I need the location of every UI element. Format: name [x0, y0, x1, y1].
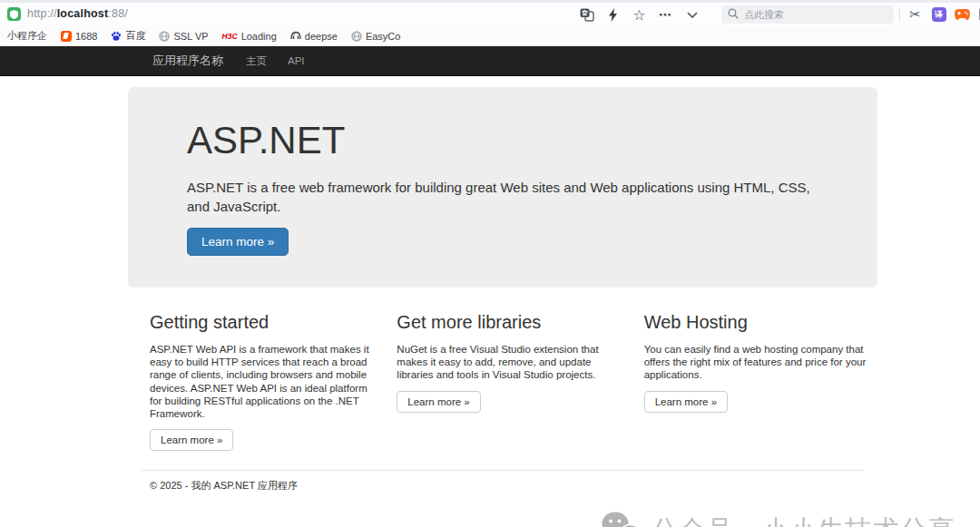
- chevron-down-icon[interactable]: [684, 7, 700, 23]
- favicon-globe: [351, 31, 362, 42]
- search-icon: [728, 6, 739, 23]
- bookmark-item[interactable]: SSL VP: [159, 31, 208, 42]
- quick-search-box[interactable]: [721, 5, 894, 24]
- column-text: ASP.NET Web API is a framework that make…: [150, 343, 378, 420]
- navbar: 应用程序名称 主页 API: [0, 46, 980, 76]
- translate-page-icon[interactable]: [579, 7, 594, 23]
- wechat-icon: [602, 511, 642, 527]
- column-text: You can easily find a web hosting compan…: [644, 343, 873, 382]
- column-get-more-libraries: Get more libraries NuGet is a free Visua…: [397, 312, 625, 451]
- favicon-baidu: [111, 31, 122, 42]
- translator-extension-icon[interactable]: 译: [931, 7, 946, 23]
- learn-more-button[interactable]: Learn more »: [644, 391, 728, 413]
- learn-more-button[interactable]: Learn more »: [397, 391, 480, 413]
- watermark-text: 公众号 · 小小生技术分享: [652, 512, 956, 527]
- page-viewport: 应用程序名称 主页 API ASP.NET ASP.NET is a free …: [0, 46, 980, 526]
- url-text[interactable]: http://localhost:88/: [27, 7, 128, 20]
- bookmark-item[interactable]: H3C Loading: [222, 31, 277, 42]
- learn-more-button[interactable]: Learn more »: [150, 429, 233, 451]
- screenshot-scissors-icon[interactable]: ✂: [907, 7, 923, 23]
- column-getting-started: Getting started ASP.NET Web API is a fra…: [150, 312, 378, 451]
- page-title: ASP.NET: [187, 119, 834, 162]
- favicon-1688: [61, 31, 72, 42]
- favicon-h3c: H3C: [222, 32, 238, 41]
- bookmarks-bar: 小程序企 1688 百度 SSL VP H3C Loading deepse: [0, 26, 980, 46]
- ellipsis-icon[interactable]: ⋯: [658, 7, 673, 23]
- column-web-hosting: Web Hosting You can easily find a web ho…: [644, 312, 873, 451]
- nav-link-home[interactable]: 主页: [246, 54, 267, 68]
- bookmark-item[interactable]: 小程序企: [7, 29, 47, 43]
- watermark: 公众号 · 小小生技术分享: [602, 511, 956, 527]
- search-input[interactable]: [744, 9, 871, 20]
- learn-more-primary-button[interactable]: Learn more »: [187, 228, 289, 256]
- bookmark-item[interactable]: EasyCo: [351, 31, 401, 42]
- nav-link-api[interactable]: API: [288, 55, 305, 66]
- feature-columns: Getting started ASP.NET Web API is a fra…: [128, 312, 877, 451]
- column-title: Get more libraries: [397, 312, 625, 333]
- jumbotron-description: ASP.NET is a free web framework for buil…: [187, 178, 834, 216]
- lightning-icon[interactable]: [605, 7, 621, 23]
- address-bar[interactable]: http://localhost:88/ ☆ ⋯: [0, 3, 980, 26]
- column-title: Getting started: [150, 312, 378, 333]
- star-icon[interactable]: ☆: [632, 7, 647, 23]
- column-text: NuGet is a free Visual Studio extension …: [397, 343, 625, 382]
- column-title: Web Hosting: [644, 312, 873, 333]
- copyright-text: © 2025 - 我的 ASP.NET 应用程序: [150, 479, 877, 493]
- favicon-globe: [159, 31, 170, 42]
- navbar-brand[interactable]: 应用程序名称: [128, 53, 223, 69]
- browser-chrome: http://localhost:88/ ☆ ⋯: [0, 0, 980, 46]
- jumbotron: ASP.NET ASP.NET is a free web framework …: [128, 87, 877, 288]
- bookmark-item[interactable]: deepse: [290, 31, 338, 42]
- favicon-deepseek: [290, 31, 301, 42]
- toolbar-divider: [899, 7, 900, 22]
- footer-divider: [142, 470, 864, 471]
- game-center-icon[interactable]: [955, 7, 970, 23]
- site-safety-icon[interactable]: [7, 7, 21, 21]
- bookmark-item[interactable]: 1688: [61, 31, 97, 42]
- bookmark-item[interactable]: 百度: [111, 29, 145, 43]
